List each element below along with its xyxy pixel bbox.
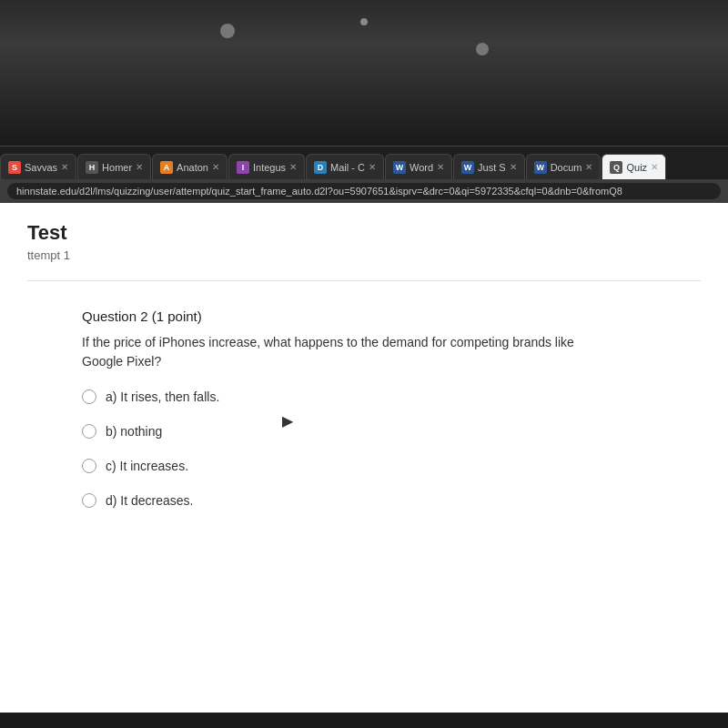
tab-close-anatomy[interactable]: ✕: [212, 162, 219, 172]
tab-close-savvas[interactable]: ✕: [61, 162, 68, 172]
tab-close-integus[interactable]: ✕: [289, 162, 297, 172]
address-bar: hinnstate.edu/d2l/lms/quizzing/user/atte…: [0, 179, 728, 203]
answer-option-d[interactable]: d) It decreases.: [82, 493, 701, 508]
answer-label-b: b) nothing: [106, 424, 162, 439]
tab-word[interactable]: W Word ✕: [385, 154, 452, 179]
radio-c[interactable]: [82, 459, 96, 473]
tab-favicon-anatomy: A: [160, 161, 173, 174]
answer-option-b[interactable]: b) nothing: [82, 424, 701, 439]
tab-justs[interactable]: W Just S ✕: [453, 154, 525, 179]
tab-close-docum[interactable]: ✕: [585, 162, 592, 172]
tab-favicon-mail: D: [314, 161, 327, 174]
tab-favicon-justs: W: [461, 161, 474, 174]
radio-b[interactable]: [82, 424, 96, 439]
question-header: Question 2 (1 point): [82, 308, 701, 324]
tab-favicon-savvas: S: [8, 161, 21, 174]
answer-option-a[interactable]: a) It rises, then falls.: [82, 389, 701, 404]
answer-label-d: d) It decreases.: [106, 493, 194, 508]
answer-label-a: a) It rises, then falls.: [106, 389, 219, 404]
tab-savvas[interactable]: S Savvas ✕: [0, 154, 76, 179]
answer-option-c[interactable]: c) It increases.: [82, 459, 701, 473]
page-body: Test ttempt 1 Question 2 (1 point) If th…: [0, 203, 728, 713]
page-title: Test: [27, 221, 701, 245]
browser-content: Test ttempt 1 Question 2 (1 point) If th…: [0, 203, 728, 713]
radio-a[interactable]: [82, 389, 96, 404]
ceiling-background: [0, 0, 728, 146]
mouse-cursor: ▶: [282, 412, 293, 430]
question-container: Question 2 (1 point) If the price of iPh…: [27, 299, 701, 537]
attempt-label: ttempt 1: [27, 248, 701, 262]
tab-close-homer[interactable]: ✕: [136, 162, 143, 172]
tab-integus[interactable]: I Integus ✕: [228, 154, 305, 179]
tab-favicon-word: W: [393, 161, 406, 174]
answer-label-c: c) It increases.: [106, 459, 188, 473]
tab-docum[interactable]: W Docum ✕: [526, 154, 602, 179]
tab-anatomy[interactable]: A Anaton ✕: [152, 154, 228, 179]
tab-favicon-homer: H: [86, 161, 98, 174]
url-input[interactable]: hinnstate.edu/d2l/lms/quizzing/user/atte…: [7, 183, 721, 199]
tab-quiz[interactable]: Q Quiz ✕: [602, 154, 666, 179]
divider: [27, 280, 701, 281]
tab-bar: S Savvas ✕ H Homer ✕ A Anaton ✕ I Integu…: [0, 147, 728, 179]
tab-favicon-docum: W: [534, 161, 547, 174]
tab-mail[interactable]: D Mail - C ✕: [306, 154, 384, 179]
tab-close-quiz[interactable]: ✕: [651, 162, 658, 172]
tab-close-justs[interactable]: ✕: [510, 162, 517, 172]
tab-close-mail[interactable]: ✕: [369, 162, 376, 172]
tab-favicon-integus: I: [237, 161, 249, 174]
browser-window: S Savvas ✕ H Homer ✕ A Anaton ✕ I Integu…: [0, 146, 728, 713]
radio-d[interactable]: [82, 493, 96, 508]
tab-close-word[interactable]: ✕: [437, 162, 444, 172]
question-text: If the price of iPhones increase, what h…: [82, 333, 610, 371]
question-points: (1 point): [152, 308, 202, 324]
question-number: Question 2: [82, 308, 148, 324]
tab-favicon-quiz: Q: [610, 161, 622, 174]
tab-homer[interactable]: H Homer ✕: [77, 154, 151, 179]
